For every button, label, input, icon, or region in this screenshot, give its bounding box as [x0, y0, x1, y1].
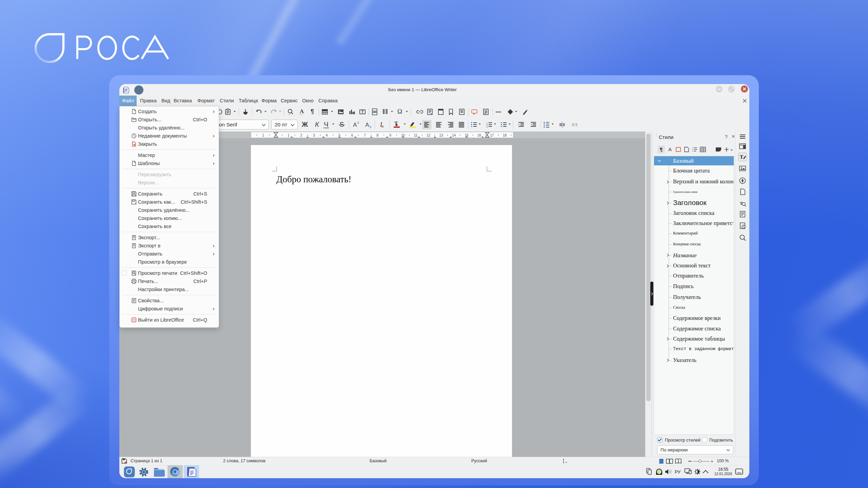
- svg-text:13: 13: [439, 134, 443, 137]
- svg-text:14: 14: [452, 134, 456, 137]
- svg-text:К: К: [315, 121, 319, 128]
- svg-text:1: 1: [288, 134, 290, 137]
- svg-text:18: 18: [503, 134, 507, 137]
- svg-text:A: A: [668, 146, 672, 152]
- svg-text:¶: ¶: [311, 108, 314, 115]
- svg-text:17: 17: [490, 134, 494, 137]
- svg-text:Б: Б: [357, 121, 359, 124]
- svg-text:3: 3: [313, 134, 315, 137]
- svg-text:S: S: [339, 121, 344, 128]
- svg-text:T: T: [740, 154, 743, 160]
- svg-text:9: 9: [389, 134, 391, 137]
- svg-text:3.: 3.: [486, 126, 488, 128]
- svg-text:A: A: [365, 122, 369, 128]
- svg-text:1: 1: [262, 134, 264, 137]
- svg-text:16: 16: [477, 134, 481, 137]
- svg-text:2: 2: [300, 134, 302, 137]
- svg-text:7: 7: [364, 134, 366, 137]
- svg-text:Б: Б: [370, 125, 371, 128]
- svg-text:11: 11: [414, 134, 418, 137]
- svg-text:Ω: Ω: [397, 108, 402, 115]
- svg-text:Ч: Ч: [324, 121, 328, 128]
- svg-text:A: A: [300, 108, 304, 115]
- svg-text:12: 12: [427, 134, 431, 137]
- svg-text:4: 4: [326, 134, 328, 137]
- svg-text:T: T: [361, 110, 364, 114]
- svg-text:A: A: [353, 122, 357, 128]
- svg-text:6: 6: [351, 134, 353, 137]
- svg-text:Ж: Ж: [301, 121, 308, 128]
- svg-text:8: 8: [377, 134, 379, 137]
- svg-text:¶: ¶: [660, 146, 663, 152]
